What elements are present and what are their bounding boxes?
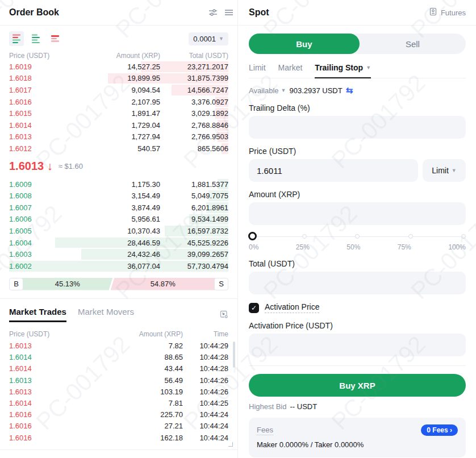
total-cell: 5,049.7075 [160, 191, 228, 200]
amount-slider[interactable] [249, 232, 466, 241]
price-cell: 1.6005 [9, 227, 60, 235]
trade-row[interactable]: 1.60137.8210:44:29 [9, 340, 228, 352]
trade-row[interactable]: 1.60147.8110:44:25 [9, 397, 228, 409]
panel-menu-icon[interactable] [225, 9, 233, 16]
slider-labels: 0%25%50%75%100% [249, 243, 466, 251]
available-dropdown[interactable]: Available ▼ [249, 86, 286, 95]
bid-row[interactable]: 1.60065,956.619,534.1499 [9, 214, 228, 226]
last-price[interactable]: 1.6013 ↓ [9, 160, 53, 173]
bid-row[interactable]: 1.60091,175.301,881.5377 [9, 178, 228, 190]
bid-row[interactable]: 1.60083,154.495,049.7075 [9, 190, 228, 202]
total-input[interactable] [249, 272, 466, 294]
ask-row[interactable]: 1.60162,107.953,376.0927 [9, 96, 228, 108]
activation-price-label: Activation Price (USDT) [249, 321, 466, 330]
buy-xrp-button[interactable]: Buy XRP [249, 374, 466, 397]
trade-row[interactable]: 1.601627.2110:44:24 [9, 420, 228, 432]
zero-fees-badge[interactable]: 0 Fees › [421, 424, 458, 436]
market-trades-section: Market Trades Market Movers Price (USDT)… [0, 298, 237, 444]
fees-label[interactable]: Fees [257, 426, 273, 435]
trade-time-cell: 10:44:24 [183, 410, 228, 419]
highest-bid-value: -- USDT [290, 402, 317, 411]
sell-tab[interactable]: Sell [360, 34, 466, 54]
trade-row[interactable]: 1.6016225.7010:44:24 [9, 409, 228, 420]
price-cell: 1.6013 [9, 132, 60, 141]
amount-cell: 1,175.30 [60, 180, 160, 189]
slider-label: 0% [249, 243, 258, 251]
order-book-view-asks[interactable] [48, 31, 62, 46]
ask-row[interactable]: 1.60151,891.473,029.1892 [9, 107, 228, 119]
bid-row[interactable]: 1.600510,370.4316,597.8732 [9, 225, 228, 237]
bid-row[interactable]: 1.600428,446.5945,525.9226 [9, 237, 228, 249]
slider-label: 25% [296, 243, 310, 251]
combined-view-icon [12, 34, 20, 43]
price-mode-dropdown[interactable]: Limit ▼ [423, 159, 466, 182]
bid-row[interactable]: 1.60073,874.496,201.8961 [9, 202, 228, 214]
ask-row[interactable]: 1.601914,527.2523,271.2017 [9, 61, 228, 73]
ask-row[interactable]: 1.60179,094.5414,566.7247 [9, 84, 228, 96]
amount-cell: 24,432.46 [60, 250, 160, 259]
ask-row[interactable]: 1.601819,899.9531,875.7399 [9, 73, 228, 85]
slider-label: 50% [346, 243, 360, 251]
futures-link[interactable]: Futures [429, 7, 466, 18]
trade-price-cell: 1.6016 [9, 434, 60, 442]
order-book-settings-icon[interactable] [208, 7, 218, 18]
scrollbar-thumb[interactable] [233, 342, 235, 368]
bid-row[interactable]: 1.600236,077.0457,730.4794 [9, 260, 228, 272]
trading-page: PC-001792PC-001792PC-001792PC-001792PC-0… [0, 0, 476, 458]
amount-cell: 36,077.04 [60, 262, 160, 270]
activation-price-input[interactable] [249, 334, 466, 356]
slider-handle[interactable] [248, 232, 257, 240]
trade-row[interactable]: 1.6016162.1810:44:24 [9, 432, 228, 443]
slider-label: 100% [448, 243, 466, 251]
price-cell: 1.6004 [9, 239, 60, 247]
trade-amount-cell: 7.82 [60, 342, 183, 350]
price-cell: 1.6008 [9, 191, 60, 200]
trade-price-cell: 1.6016 [9, 422, 60, 430]
expand-window-icon[interactable] [219, 310, 228, 319]
panel-divider [0, 449, 237, 450]
amount-input[interactable] [249, 202, 466, 225]
col-trade-time: Time [183, 330, 228, 338]
slider-label: 75% [398, 243, 411, 251]
tab-market-movers[interactable]: Market Movers [78, 307, 134, 322]
ask-row[interactable]: 1.6012540.57865.5606 [9, 143, 228, 155]
tab-market-trades[interactable]: Market Trades [9, 307, 66, 322]
trade-row[interactable]: 1.601356.4910:44:26 [9, 374, 228, 386]
buy-ratio-segment: 45.13% [22, 278, 113, 290]
price-cell: 1.6006 [9, 215, 60, 223]
trade-time-cell: 10:44:26 [183, 376, 228, 385]
trade-row[interactable]: 1.601488.6510:44:28 [9, 352, 228, 363]
tab-market[interactable]: Market [278, 63, 303, 78]
bid-row[interactable]: 1.600324,432.4639,099.2657 [9, 248, 228, 260]
asks-view-icon [51, 35, 59, 42]
trade-time-cell: 10:44:28 [183, 353, 228, 361]
amount-cell: 3,154.49 [60, 191, 160, 200]
trade-price-cell: 1.6014 [9, 353, 60, 361]
activation-price-checkbox-label[interactable]: Activation Price [265, 302, 319, 313]
tab-limit[interactable]: Limit [249, 63, 266, 78]
trade-row[interactable]: 1.6013103.1910:44:26 [9, 386, 228, 397]
total-cell: 45,525.9226 [160, 239, 228, 247]
price-grouping-dropdown[interactable]: 0.0001 ▼ [189, 32, 228, 45]
tab-trailing-stop[interactable]: Trailing Stop ▼ [315, 63, 371, 78]
total-cell: 865.5606 [160, 144, 228, 153]
resize-handle[interactable] [228, 442, 233, 447]
amount-cell: 10,370.43 [60, 227, 160, 235]
transfer-swap-icon[interactable]: ⇆ [346, 85, 353, 95]
ask-row[interactable]: 1.60141,729.042,768.8846 [9, 119, 228, 131]
order-book-view-bids[interactable] [28, 31, 43, 46]
trailing-delta-input[interactable] [249, 116, 466, 139]
buy-tab[interactable]: Buy [249, 34, 360, 54]
trade-time-cell: 10:44:29 [183, 342, 228, 350]
activation-price-checkbox[interactable]: ✓ [249, 303, 259, 313]
buy-sell-toggle: Buy Sell [249, 34, 466, 54]
maker-taker-fees: Maker 0.0000% / Taker 0.0000% [257, 440, 458, 449]
trade-row[interactable]: 1.601443.4410:44:28 [9, 363, 228, 374]
price-input[interactable]: 1.6011 [249, 159, 418, 182]
trade-time-cell: 10:44:24 [183, 422, 228, 430]
order-book-view-combined[interactable] [9, 31, 24, 46]
trade-time-cell: 10:44:28 [183, 364, 228, 373]
trade-time-cell: 10:44:25 [183, 399, 228, 407]
ask-row[interactable]: 1.60131,727.942,766.9503 [9, 131, 228, 143]
total-cell: 1,881.5377 [160, 180, 228, 189]
